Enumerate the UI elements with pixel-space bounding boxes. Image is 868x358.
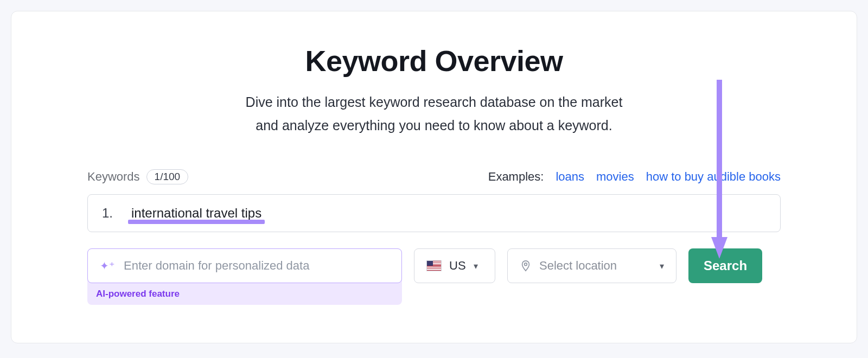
location-select[interactable]: Select location ▾ bbox=[507, 248, 676, 283]
keywords-counter-pill: 1/100 bbox=[146, 169, 189, 184]
domain-input-wrapper: ✦⁺ Enter domain for personalized data AI… bbox=[87, 248, 402, 305]
country-select[interactable]: US ▾ bbox=[414, 248, 495, 283]
page-title: Keyword Overview bbox=[87, 44, 781, 78]
domain-input[interactable]: ✦⁺ Enter domain for personalized data bbox=[87, 248, 402, 283]
examples-group: Examples: loans movies how to buy audibl… bbox=[488, 170, 781, 184]
examples-label: Examples: bbox=[488, 170, 544, 184]
country-select-value: US bbox=[449, 259, 466, 273]
chevron-down-icon: ▾ bbox=[660, 261, 664, 271]
keyword-input-value: international travel tips bbox=[131, 206, 261, 221]
keyword-text: international travel tips bbox=[131, 206, 261, 220]
sparkle-icon: ✦⁺ bbox=[100, 259, 115, 272]
subtitle-line-2: and analyze everything you need to know … bbox=[256, 118, 612, 133]
page-subtitle: Dive into the largest keyword research d… bbox=[87, 91, 781, 137]
example-link-audible[interactable]: how to buy audible books bbox=[646, 170, 781, 184]
keywords-label-group: Keywords 1/100 bbox=[87, 169, 188, 184]
keyword-row-number: 1. bbox=[102, 206, 113, 221]
svg-point-2 bbox=[525, 263, 527, 266]
keyword-input[interactable]: 1. international travel tips bbox=[87, 194, 781, 232]
us-flag-icon bbox=[426, 260, 442, 271]
search-button[interactable]: Search bbox=[688, 248, 762, 283]
ai-feature-label: AI-powered feature bbox=[93, 283, 402, 299]
pin-icon bbox=[520, 260, 532, 272]
chevron-down-icon: ▾ bbox=[474, 261, 478, 271]
example-link-movies[interactable]: movies bbox=[596, 170, 634, 184]
location-select-placeholder: Select location bbox=[539, 259, 617, 273]
domain-input-placeholder: Enter domain for personalized data bbox=[124, 259, 309, 273]
keyword-overview-card: Keyword Overview Dive into the largest k… bbox=[11, 11, 857, 343]
example-link-loans[interactable]: loans bbox=[556, 170, 584, 184]
subtitle-line-1: Dive into the largest keyword research d… bbox=[246, 94, 623, 110]
controls-row: ✦⁺ Enter domain for personalized data AI… bbox=[87, 248, 781, 305]
keywords-label: Keywords bbox=[87, 170, 140, 184]
highlight-underline bbox=[128, 220, 265, 224]
